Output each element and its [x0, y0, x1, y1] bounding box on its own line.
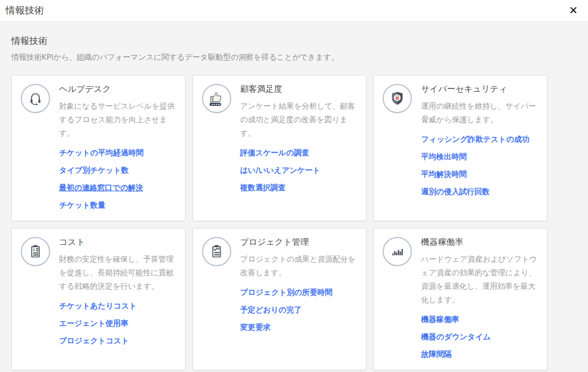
thumbs-up-rating-icon: ★★★★ ★ — [202, 84, 231, 113]
link-cost-per-ticket[interactable]: チケットあたりコスト — [59, 301, 176, 311]
link-change-requests[interactable]: 変更要求 — [240, 322, 357, 333]
svg-text:★: ★ — [218, 103, 221, 106]
svg-text:$: $ — [33, 248, 35, 252]
card-description: 運用の継続性を維持し、サイバー脅威から保護します。 — [421, 99, 538, 126]
card-equipment-utilization: 機器稼働率 ハードウェア資産およびソフトウェア資産の効果的な管理により、資源を最… — [373, 228, 547, 370]
link-ticket-volume[interactable]: チケット数量 — [59, 200, 176, 210]
section-title: 情報技術 — [11, 35, 588, 47]
link-on-schedule-completion[interactable]: 予定どおりの完了 — [240, 305, 357, 315]
dollar-clipboard-icon: $ — [21, 237, 50, 266]
link-yes-no-survey[interactable]: はい/いいえアンケート — [240, 165, 357, 176]
card-help-desk: ヘルプデスク 対象になるサービスレベルを提供するプロセス能力を向上させます。 チ… — [11, 75, 186, 221]
link-equipment-utilization[interactable]: 機器稼働率 — [421, 315, 538, 325]
card-customer-satisfaction: ★★★★ ★ 顧客満足度 アンケート結果を分析して、顧客の成功と満足度の改善を図… — [192, 75, 367, 221]
link-rating-scale-survey[interactable]: 評価スケールの調査 — [240, 148, 357, 158]
link-equipment-downtime[interactable]: 機器のダウンタイム — [421, 332, 538, 342]
link-first-contact-resolution[interactable]: 最初の連絡窓口での解決 — [59, 183, 176, 193]
card-link-list: チケットの平均経過時間 タイプ別チケット数 最初の連絡窓口での解決 チケット数量 — [59, 148, 176, 212]
kpi-card-grid: ヘルプデスク 対象になるサービスレベルを提供するプロセス能力を向上させます。 チ… — [11, 75, 547, 370]
link-tickets-by-type[interactable]: タイプ別チケット数 — [59, 165, 176, 176]
link-intrusion-attempts-weekly[interactable]: 週別の侵入試行回数 — [421, 187, 538, 197]
dialog-header: 情報技術 ✕ — [0, 0, 588, 21]
section-description: 情報技術KPIから、組織のパフォーマンスに関するデータ駆動型の洞察を得ることがで… — [11, 52, 588, 62]
card-cost: $ コスト 財務の安定性を確保し、予算管理を促進し、長期持続可能性に貢献する戦略… — [11, 228, 186, 370]
card-description: アンケート結果を分析して、顧客の成功と満足度の改善を図ります。 — [240, 99, 357, 140]
card-link-list: プロジェクト別の所要時間 予定どおりの完了 変更要求 — [240, 288, 357, 334]
bar-chart-icon — [383, 237, 412, 266]
check-clipboard-icon — [202, 237, 231, 266]
link-mean-time-to-detect[interactable]: 平均検出時間 — [421, 152, 538, 162]
headset-icon — [21, 84, 50, 113]
link-multiple-choice-survey[interactable]: 複数選択調査 — [240, 183, 357, 193]
link-project-cost[interactable]: プロジェクトコスト — [59, 336, 176, 346]
link-duration-by-project[interactable]: プロジェクト別の所要時間 — [240, 288, 357, 298]
card-title: プロジェクト管理 — [240, 237, 357, 248]
card-title: ヘルプデスク — [59, 84, 176, 95]
link-phishing-test-success[interactable]: フィッシング詐欺テストの成功 — [421, 135, 538, 145]
link-agent-utilization[interactable]: エージェント使用率 — [59, 319, 176, 329]
card-title: サイバーセキュリティ — [421, 84, 538, 95]
card-title: コスト — [59, 237, 176, 248]
card-link-list: チケットあたりコスト エージェント使用率 プロジェクトコスト — [59, 301, 176, 347]
link-avg-ticket-age[interactable]: チケットの平均経過時間 — [59, 148, 176, 158]
card-cybersecurity: サイバーセキュリティ 運用の継続性を維持し、サイバー脅威から保護します。 フィッ… — [373, 75, 547, 221]
link-mean-time-to-resolve[interactable]: 平均解決時間 — [421, 169, 538, 180]
card-title: 顧客満足度 — [240, 84, 357, 95]
card-description: 財務の安定性を確保し、予算管理を促進し、長期持続可能性に貢献する戦略的決定を行い… — [59, 252, 176, 293]
shield-lock-icon — [383, 84, 412, 113]
card-link-list: 機器稼働率 機器のダウンタイム 故障間隔 — [421, 315, 538, 361]
card-title: 機器稼働率 — [421, 237, 538, 248]
card-description: ハードウェア資産およびソフトウェア資産の効果的な管理により、資源を最適化し、運用… — [421, 252, 538, 306]
card-link-list: フィッシング詐欺テストの成功 平均検出時間 平均解決時間 週別の侵入試行回数 — [421, 135, 538, 198]
card-project-management: プロジェクト管理 プロジェクトの成果と資源配分を改善します。 プロジェクト別の所… — [192, 228, 367, 370]
card-description: プロジェクトの成果と資源配分を改善します。 — [240, 252, 357, 279]
dialog-body: 情報技術 情報技術KPIから、組織のパフォーマンスに関するデータ駆動型の洞察を得… — [0, 21, 588, 372]
close-icon[interactable]: ✕ — [568, 5, 579, 16]
link-time-between-failures[interactable]: 故障間隔 — [421, 349, 538, 360]
dialog-title: 情報技術 — [6, 4, 44, 17]
card-description: 対象になるサービスレベルを提供するプロセス能力を向上させます。 — [59, 99, 176, 140]
card-link-list: 評価スケールの調査 はい/いいえアンケート 複数選択調査 — [240, 148, 357, 194]
